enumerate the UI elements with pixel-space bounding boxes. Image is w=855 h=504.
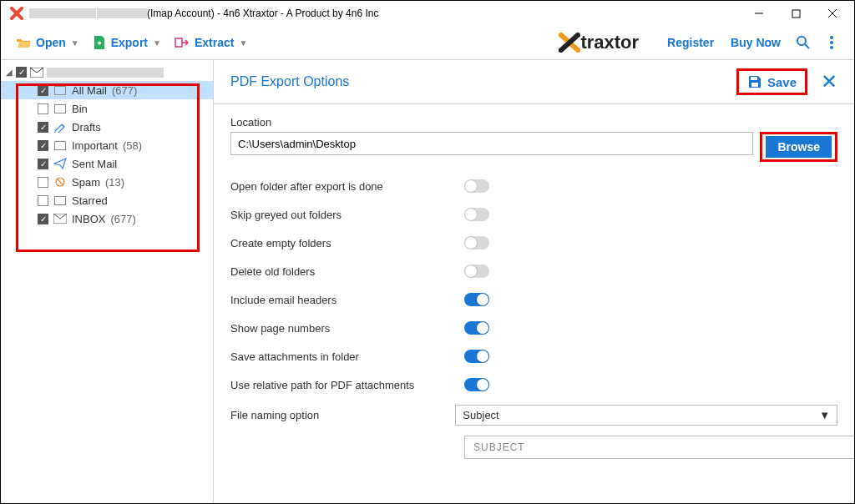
option-label: Open folder after export is done [230, 180, 464, 193]
option-row: Save attachments in folder [230, 344, 837, 369]
svg-rect-9 [751, 77, 757, 80]
folder-label: Spam [72, 176, 100, 189]
folder-label: Sent Mail [72, 158, 117, 170]
open-menu[interactable]: Open ▼ [9, 33, 86, 53]
option-label: Skip greyed out folders [230, 209, 464, 221]
svg-point-3 [797, 37, 806, 45]
option-row: Skip greyed out folders [230, 202, 837, 227]
folder-row[interactable]: ✓All Mail (677) [1, 81, 213, 99]
svg-line-4 [805, 44, 809, 48]
folder-icon [53, 158, 67, 169]
option-label: Include email headers [230, 294, 464, 306]
extract-menu[interactable]: Extract ▼ [168, 33, 254, 53]
register-link[interactable]: Register [667, 36, 714, 49]
folder-checkbox[interactable] [38, 103, 48, 114]
folder-icon [53, 213, 67, 224]
folder-row[interactable]: ✓Drafts [1, 118, 213, 136]
folder-checkbox[interactable] [38, 177, 48, 188]
minimize-button[interactable] [741, 2, 777, 25]
sidebar: ◢ ✓ ✓All Mail (677)Bin✓Drafts✓Important … [1, 60, 214, 503]
folder-count: (677) [112, 84, 137, 97]
folder-row[interactable]: Spam (13) [1, 173, 213, 191]
folder-row[interactable]: Starred [1, 191, 213, 209]
content-header: PDF Export Options Save ✕ [214, 60, 854, 104]
svg-rect-10 [751, 83, 758, 87]
chevron-down-icon: ▼ [153, 38, 161, 48]
option-row: Open folder after export is done [230, 174, 837, 199]
folder-label: All Mail [72, 84, 107, 97]
save-icon [747, 74, 762, 89]
chevron-down-icon: ▼ [71, 38, 79, 48]
window-title: (Imap Account) - 4n6 Xtraxtor - A Produc… [147, 8, 378, 19]
content-panel: PDF Export Options Save ✕ Location Brows… [214, 60, 854, 503]
export-menu[interactable]: Export ▼ [86, 32, 168, 53]
caret-icon: ◢ [6, 68, 13, 77]
folder-checkbox[interactable]: ✓ [38, 85, 48, 96]
folder-icon [53, 176, 67, 188]
option-toggle[interactable] [464, 265, 489, 278]
toolbar: Open ▼ Export ▼ Extract ▼ traxtor Regist… [1, 26, 854, 59]
folder-label: Drafts [72, 121, 101, 134]
logo-x-icon [559, 33, 580, 53]
options-list: Open folder after export is doneSkip gre… [230, 174, 837, 397]
folder-count: (13) [105, 176, 124, 189]
option-label: Save attachments in folder [230, 350, 464, 363]
option-toggle[interactable] [464, 321, 489, 335]
folder-icon [53, 194, 67, 206]
root-checkbox[interactable]: ✓ [16, 67, 27, 78]
svg-line-7 [57, 179, 63, 185]
close-panel-button[interactable]: ✕ [817, 70, 841, 93]
option-toggle[interactable] [464, 179, 489, 193]
location-input[interactable] [230, 132, 753, 155]
main-area: ◢ ✓ ✓All Mail (677)Bin✓Drafts✓Important … [1, 59, 854, 503]
folder-icon [53, 103, 67, 114]
option-toggle[interactable] [464, 236, 489, 249]
file-naming-label: File naming option [230, 409, 455, 421]
option-row: Show page numbers [230, 315, 837, 340]
option-label: Show page numbers [230, 322, 464, 335]
option-label: Create empty folders [230, 237, 464, 249]
option-toggle[interactable] [464, 378, 489, 391]
close-window-button[interactable] [814, 2, 851, 25]
file-export-icon [93, 35, 106, 50]
folder-row[interactable]: ✓Sent Mail [1, 154, 213, 173]
folder-label: Important [72, 139, 118, 152]
folder-row[interactable]: ✓INBOX (677) [1, 209, 213, 228]
file-naming-select[interactable]: Subject ▼ [455, 405, 837, 426]
panel-title: PDF Export Options [230, 74, 349, 89]
folder-row[interactable]: Bin [1, 99, 213, 118]
folder-icon [53, 121, 67, 133]
option-row: Create empty folders [230, 230, 837, 255]
logo: traxtor [559, 32, 639, 53]
buy-now-link[interactable]: Buy Now [731, 36, 781, 49]
chevron-down-icon: ▼ [239, 38, 247, 48]
option-toggle[interactable] [464, 293, 489, 306]
folder-row[interactable]: ✓Important (58) [1, 136, 213, 154]
option-label: Delete old folders [230, 265, 464, 278]
title-redacted [29, 8, 96, 18]
folder-checkbox[interactable]: ✓ [38, 214, 48, 224]
maximize-button[interactable] [777, 2, 814, 25]
svg-rect-1 [792, 10, 800, 18]
titlebar: (Imap Account) - 4n6 Xtraxtor - A Produc… [1, 1, 854, 26]
tree-root[interactable]: ◢ ✓ [1, 65, 213, 79]
folder-count: (677) [110, 213, 135, 225]
folder-label: INBOX [72, 213, 105, 225]
folder-checkbox[interactable] [38, 195, 48, 206]
option-row: Include email headers [230, 287, 837, 312]
browse-button[interactable]: Browse [766, 136, 832, 158]
folder-checkbox[interactable]: ✓ [38, 159, 48, 169]
save-button[interactable]: Save [742, 73, 802, 91]
save-highlight: Save [736, 68, 807, 95]
option-label: Use relative path for PDF attachments [230, 379, 464, 391]
folder-list: ✓All Mail (677)Bin✓Drafts✓Important (58)… [1, 81, 213, 228]
search-icon[interactable] [796, 35, 811, 50]
folder-label: Starred [72, 194, 108, 207]
folder-checkbox[interactable]: ✓ [38, 122, 48, 133]
folder-count: (58) [123, 139, 142, 152]
option-toggle[interactable] [464, 350, 489, 363]
option-toggle[interactable] [464, 208, 489, 221]
more-menu-icon[interactable] [824, 35, 839, 50]
account-name-redacted [47, 68, 164, 78]
folder-checkbox[interactable]: ✓ [38, 140, 48, 151]
